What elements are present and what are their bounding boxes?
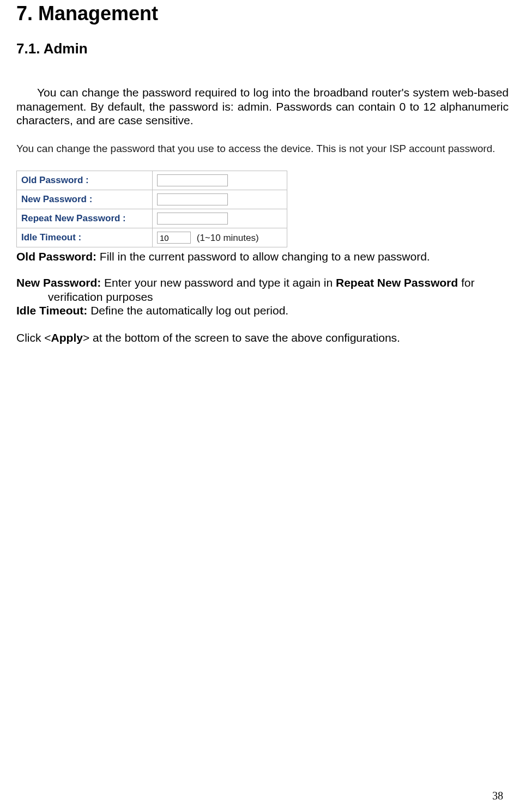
table-row: Repeat New Password :: [17, 209, 287, 228]
ui-description: You can change the password that you use…: [16, 142, 509, 156]
apply-bold: Apply: [51, 331, 83, 344]
table-row: New Password :: [17, 190, 287, 209]
heading-admin: 7.1. Admin: [16, 40, 509, 57]
idle-timeout-label: Idle Timeout :: [17, 228, 153, 247]
idle-timeout-range: (1~10 minutes): [197, 233, 259, 243]
apply-post: > at the bottom of the screen to save th…: [83, 331, 400, 344]
new-password-input[interactable]: [157, 193, 228, 205]
table-row: Idle Timeout : (1~10 minutes): [17, 228, 287, 247]
intro-text: You can change the password required to …: [16, 86, 509, 126]
idle-timeout-desc: Idle Timeout: Define the automatically l…: [16, 304, 509, 318]
repeat-password-input[interactable]: [157, 213, 228, 225]
password-form-table: Old Password : New Password : Repeat New…: [16, 171, 287, 247]
idle-timeout-input[interactable]: [157, 232, 191, 244]
new-password-desc-label: New Password:: [16, 276, 101, 289]
repeat-new-password-bold: Repeat New Password: [336, 276, 458, 289]
page-number: 38: [492, 790, 503, 802]
old-password-desc: Old Password: Fill in the current passwo…: [16, 250, 509, 264]
embedded-ui: You can change the password that you use…: [16, 142, 509, 248]
old-password-desc-label: Old Password:: [16, 250, 96, 263]
intro-paragraph: You can change the password required to …: [16, 86, 509, 128]
new-password-desc-text-b: for: [458, 276, 474, 289]
apply-instruction: Click <Apply> at the bottom of the scree…: [16, 331, 509, 345]
apply-pre: Click <: [16, 331, 51, 344]
old-password-desc-text: Fill in the current password to allow ch…: [96, 250, 430, 263]
old-password-label: Old Password :: [17, 171, 153, 190]
repeat-password-label: Repeat New Password :: [17, 209, 153, 228]
old-password-input[interactable]: [157, 174, 228, 186]
new-password-desc: New Password: Enter your new password an…: [16, 276, 509, 304]
heading-management: 7. Management: [16, 0, 509, 25]
idle-timeout-desc-text: Define the automatically log out period.: [87, 304, 288, 317]
new-password-label: New Password :: [17, 190, 153, 209]
table-row: Old Password :: [17, 171, 287, 190]
idle-timeout-desc-label: Idle Timeout:: [16, 304, 87, 317]
new-password-desc-line2: verification purposes: [16, 290, 509, 304]
new-password-desc-text-a: Enter your new password and type it agai…: [101, 276, 336, 289]
